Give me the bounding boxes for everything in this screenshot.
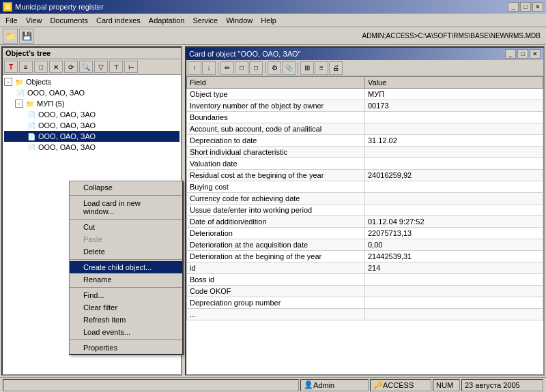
panel-btn-refresh[interactable]: ⟳: [64, 61, 78, 73]
table-row: Depreciation to date31.12.02: [187, 135, 543, 147]
folder-icon-mup: 📁: [25, 99, 35, 108]
card-btn-up[interactable]: ↑: [188, 61, 201, 75]
doc-icon: 📄: [15, 88, 26, 97]
expand-objects[interactable]: -: [4, 78, 12, 86]
tree-item-mup-child2[interactable]: 📄 ООО, ОАО, ЗАО: [4, 120, 179, 131]
card-sep3: [298, 62, 298, 74]
value-cell: МУП: [365, 89, 543, 100]
ctx-find[interactable]: Find...: [70, 289, 182, 301]
maximize-button[interactable]: □: [520, 2, 531, 12]
status-user: 👤 Admin: [300, 379, 369, 391]
panel-btn-delete[interactable]: ✕: [49, 61, 63, 73]
menu-help[interactable]: Help: [257, 15, 281, 26]
db-path: ADMIN;ACCESS>C:\A\SOFT\RMS\BASE\NEW\RMS.…: [35, 32, 543, 40]
field-cell: Boundaries: [187, 112, 365, 123]
toolbar-save[interactable]: 💾: [19, 29, 34, 44]
field-cell: Inventory number of the object by owner: [187, 100, 365, 112]
menu-documents[interactable]: Documents: [46, 15, 92, 26]
tree-label-mup-c4: ООО, ОАО, ЗАО: [38, 143, 96, 151]
value-cell: 214: [365, 262, 543, 274]
table-row: Boundaries: [187, 112, 543, 123]
panel-btn-filter[interactable]: ▽: [94, 61, 108, 73]
ctx-paste[interactable]: Paste: [70, 233, 182, 245]
panel-btn-filter2[interactable]: ⊤: [109, 61, 123, 73]
ctx-rename[interactable]: Rename: [70, 273, 182, 286]
field-cell: Residual cost at the begining of the yea…: [187, 170, 365, 181]
tree-item-ooo1[interactable]: 📄 ООО, ОАО, ЗАО: [4, 87, 179, 98]
ctx-load-events[interactable]: Load events...: [70, 326, 182, 338]
col-field: Field: [187, 77, 365, 89]
card-title-bar: Card of object "ООО, ОАО, ЗАО" _ □ ✕: [186, 48, 543, 60]
card-maximize[interactable]: □: [517, 49, 528, 59]
ctx-refresh-item[interactable]: Refresh item: [70, 314, 182, 326]
data-table: Field Value Object typeМУПInventory numb…: [186, 76, 543, 320]
panel-btn-search[interactable]: 🔍: [79, 61, 93, 73]
card-btn-gear[interactable]: ⚙: [268, 61, 281, 75]
menu-file[interactable]: File: [1, 15, 22, 26]
panel-btn-export[interactable]: ⊢: [124, 61, 138, 73]
tree-item-mup-child1[interactable]: 📄 ООО, ОАО, ЗАО: [4, 109, 179, 120]
menu-adaptation[interactable]: Adaptation: [145, 15, 189, 26]
card-btn-attach[interactable]: 📎: [282, 61, 296, 75]
ctx-delete[interactable]: Delete: [70, 245, 182, 258]
minimize-button[interactable]: _: [508, 2, 519, 12]
panel-btn-list[interactable]: ≡: [19, 61, 33, 73]
table-row: Boss id: [187, 274, 543, 286]
status-db: 🔑 ACCESS: [370, 379, 431, 391]
field-cell: id: [187, 262, 365, 274]
table-row: Inventory number of the object by owner0…: [187, 100, 543, 112]
ctx-collapse[interactable]: Collapse: [70, 181, 182, 194]
toolbar-open[interactable]: 📁: [3, 29, 18, 44]
table-row: Buying cost: [187, 181, 543, 193]
table-row: Ussue date/enter into working period: [187, 205, 543, 216]
card-btn-copy[interactable]: □: [249, 61, 263, 75]
card-btn-down[interactable]: ↓: [202, 61, 216, 75]
tree-item-mup[interactable]: - 📁 МУП (5): [4, 98, 179, 109]
card-btn-grid[interactable]: ⊞: [300, 61, 314, 75]
field-cell: Object type: [187, 89, 365, 100]
title-bar: 🏛 Municipal property register _ □ ✕: [0, 0, 546, 14]
ctx-sep1: [70, 195, 182, 196]
close-button[interactable]: ✕: [532, 2, 543, 12]
card-close[interactable]: ✕: [530, 49, 541, 59]
table-row: Residual cost at the begining of the yea…: [187, 170, 543, 181]
status-numlock: NUM: [433, 379, 460, 391]
panel-btn-t[interactable]: T: [4, 61, 18, 73]
expand-mup[interactable]: -: [15, 100, 23, 108]
table-row: Account, sub account, code of analitical: [187, 123, 543, 135]
table-row: Date of addition/edition01.12.04 9:27:52: [187, 216, 543, 228]
menu-view[interactable]: View: [22, 15, 46, 26]
menu-window[interactable]: Window: [222, 15, 257, 26]
value-cell: 01.12.04 9:27:52: [365, 216, 543, 228]
folder-icon: 📁: [14, 77, 25, 87]
tree-label-mup-c2: ООО, ОАО, ЗАО: [38, 121, 96, 130]
objects-tree-panel: Object's tree T ≡ □ ✕ ⟳ 🔍 ▽ ⊤ ⊢ - 📁 Obje…: [1, 46, 182, 376]
menu-service[interactable]: Service: [188, 15, 222, 26]
ctx-create-child[interactable]: Create child object...: [70, 261, 182, 273]
ctx-sep4: [70, 287, 182, 288]
card-minimize[interactable]: _: [505, 49, 516, 59]
table-row: Deterioration at the begining of the yea…: [187, 251, 543, 262]
card-btn-edit[interactable]: ✏: [220, 61, 234, 75]
tree-item-mup-child3[interactable]: 📄 ООО, ОАО, ЗАО: [4, 131, 179, 142]
field-cell: Date of addition/edition: [187, 216, 365, 228]
tree-root-objects[interactable]: - 📁 Objects: [4, 76, 179, 87]
ctx-properties[interactable]: Properties: [70, 342, 182, 354]
ctx-sep5: [70, 340, 182, 340]
ctx-cut[interactable]: Cut: [70, 221, 182, 233]
card-btn-new[interactable]: □: [235, 61, 248, 75]
card-panel: Card of object "ООО, ОАО, ЗАО" _ □ ✕ ↑ ↓…: [185, 46, 545, 376]
doc-icon-2: 📄: [26, 121, 37, 130]
panel-btn-new[interactable]: □: [34, 61, 48, 73]
field-cell: Deterioration at the acquisition date: [187, 239, 365, 251]
ctx-sep3: [70, 259, 182, 260]
menu-card-indexes[interactable]: Card indexes: [92, 15, 145, 26]
tree-item-mup-child4[interactable]: 📄 ООО, ОАО, ЗАО: [4, 142, 179, 153]
ctx-clear-filter[interactable]: Clear filter: [70, 301, 182, 314]
field-cell: Ussue date/enter into working period: [187, 205, 365, 216]
field-cell: Boss id: [187, 274, 365, 286]
table-row: Code OKOF: [187, 286, 543, 297]
ctx-load-card[interactable]: Load card in new window...: [70, 197, 182, 217]
card-btn-print[interactable]: 🖨: [329, 61, 343, 75]
card-btn-list[interactable]: ≡: [315, 61, 328, 75]
